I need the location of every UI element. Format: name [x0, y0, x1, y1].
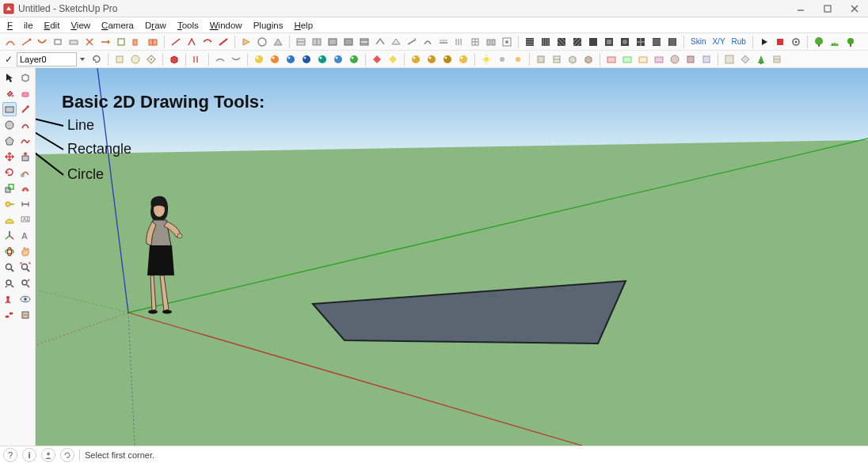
- tb2-sun-grey[interactable]: [495, 52, 509, 66]
- rectangle-tool[interactable]: [2, 102, 17, 116]
- position-camera-tool[interactable]: [2, 292, 17, 306]
- status-user-button[interactable]: [41, 448, 55, 462]
- tb2-diamond-yellow[interactable]: [386, 52, 400, 66]
- pushpull-tool[interactable]: [18, 150, 32, 164]
- tb1-btn-5[interactable]: [67, 35, 81, 49]
- tb1-link-skin[interactable]: Skin: [688, 37, 708, 46]
- tb1-play-button[interactable]: [757, 35, 771, 49]
- offset-tool[interactable]: [18, 181, 32, 195]
- status-sync-button[interactable]: [60, 448, 74, 462]
- tb2-misc-4[interactable]: [652, 52, 666, 66]
- tb2-sphere-orange[interactable]: [268, 52, 282, 66]
- menu-camera[interactable]: Camera: [96, 19, 139, 32]
- menu-tools[interactable]: Tools: [172, 19, 204, 32]
- tb2-btn-6[interactable]: [229, 52, 243, 66]
- 3dtext-tool[interactable]: A: [18, 229, 32, 243]
- tb1-hatch-5[interactable]: [586, 35, 600, 49]
- menu-draw[interactable]: Draw: [139, 19, 172, 32]
- paintbucket-tool[interactable]: [2, 86, 17, 101]
- tb2-sphere-blue2[interactable]: [299, 52, 314, 66]
- tb2-end-3[interactable]: [754, 52, 768, 66]
- tb1-hatch-8[interactable]: [634, 35, 648, 49]
- tb1-btn-6[interactable]: [82, 35, 97, 49]
- tb1-btn-27[interactable]: [436, 35, 451, 49]
- orbit-tool[interactable]: [2, 245, 17, 259]
- tb1-btn-15[interactable]: [239, 35, 253, 49]
- layer-dropdown-button[interactable]: [77, 52, 88, 66]
- maximize-button[interactable]: [814, 1, 841, 17]
- tb2-btn-4[interactable]: [190, 52, 204, 66]
- close-button[interactable]: [841, 1, 868, 17]
- tb2-misc-1[interactable]: [604, 52, 619, 66]
- tb2-sphere-gold1[interactable]: [409, 52, 423, 66]
- tb2-sphere-yellow[interactable]: [252, 52, 266, 66]
- line-tool[interactable]: [18, 102, 32, 116]
- tb1-btn-8[interactable]: [114, 35, 128, 49]
- tb1-link-rub[interactable]: Rub: [729, 37, 748, 46]
- tb1-btn-14[interactable]: [216, 35, 230, 49]
- tb2-misc-6[interactable]: [683, 52, 698, 66]
- tb1-stop-button[interactable]: [773, 35, 787, 49]
- component-tool[interactable]: [18, 70, 32, 85]
- status-info-button[interactable]: i: [22, 448, 36, 462]
- select-tool[interactable]: [2, 70, 17, 85]
- tb1-btn-25[interactable]: [405, 35, 419, 49]
- tb1-btn-2[interactable]: [19, 35, 33, 49]
- tb1-btn-1[interactable]: [3, 35, 17, 49]
- pan-tool[interactable]: [18, 245, 32, 259]
- menu-view[interactable]: View: [65, 19, 96, 32]
- menu-window[interactable]: Window: [204, 19, 248, 32]
- tb1-btn-30[interactable]: [484, 35, 498, 49]
- tb1-btn-17[interactable]: [271, 35, 285, 49]
- viewport-3d[interactable]: Basic 2D Drawing Tools: Line Rectangle C…: [36, 68, 868, 446]
- menu-help[interactable]: Help: [288, 19, 318, 32]
- tb1-hatch-3[interactable]: [554, 35, 569, 49]
- tb2-btn-3[interactable]: [144, 52, 158, 66]
- tb2-box-1[interactable]: [534, 52, 548, 66]
- tb1-btn-23[interactable]: [373, 35, 387, 49]
- prev-tool[interactable]: [2, 276, 17, 290]
- tb2-refresh-icon[interactable]: [89, 52, 104, 66]
- tb1-btn-10[interactable]: [146, 35, 160, 49]
- tb2-btn-5[interactable]: [213, 52, 227, 66]
- freehand-tool[interactable]: [18, 134, 32, 148]
- tb1-btn-16[interactable]: [255, 35, 269, 49]
- tb2-end-4[interactable]: [770, 52, 784, 66]
- tb2-misc-5[interactable]: [668, 52, 682, 66]
- tb1-hatch-9[interactable]: [649, 35, 664, 49]
- layer-name-input[interactable]: [17, 52, 77, 66]
- tb1-hatch-7[interactable]: [618, 35, 632, 49]
- tb1-btn-19[interactable]: [310, 35, 324, 49]
- menu-plugins[interactable]: Plugins: [248, 19, 289, 32]
- tb1-btn-22[interactable]: [357, 35, 371, 49]
- tb2-sphere-blue1[interactable]: [284, 52, 298, 66]
- tb1-hatch-4[interactable]: [570, 35, 584, 49]
- tb2-box-3[interactable]: [565, 52, 580, 66]
- arc-tool[interactable]: [18, 118, 32, 132]
- tb1-hatch-2[interactable]: [539, 35, 553, 49]
- tb2-sphere-green[interactable]: [347, 52, 361, 66]
- tb2-end-2[interactable]: [738, 52, 752, 66]
- tb2-sphere-gold3[interactable]: [440, 52, 455, 66]
- tb2-end-1[interactable]: [722, 52, 737, 66]
- tb2-red-cube[interactable]: [167, 52, 181, 66]
- tb2-sphere-gold4[interactable]: [456, 52, 470, 66]
- menu-file[interactable]: File: [2, 19, 39, 32]
- text-tool[interactable]: A1: [18, 213, 32, 227]
- layer-visible-check[interactable]: ✓: [3, 54, 14, 65]
- tb2-btn-2[interactable]: [128, 52, 143, 66]
- tb2-misc-3[interactable]: [636, 52, 650, 66]
- tb1-btn-7[interactable]: [98, 35, 112, 49]
- tb1-btn-4[interactable]: [51, 35, 65, 49]
- tb1-grass-button[interactable]: [828, 35, 842, 49]
- move-tool[interactable]: [2, 150, 17, 164]
- walk-tool[interactable]: [2, 308, 17, 322]
- tb1-btn-26[interactable]: [421, 35, 435, 49]
- tb2-sphere-teal[interactable]: [315, 52, 329, 66]
- circle-tool[interactable]: [2, 118, 17, 132]
- tb1-btn-28[interactable]: [452, 35, 466, 49]
- tb2-box-4[interactable]: [581, 52, 596, 66]
- tb2-misc-2[interactable]: [620, 52, 634, 66]
- zoom-tool[interactable]: [2, 260, 17, 275]
- tb2-sphere-blue3[interactable]: [331, 52, 345, 66]
